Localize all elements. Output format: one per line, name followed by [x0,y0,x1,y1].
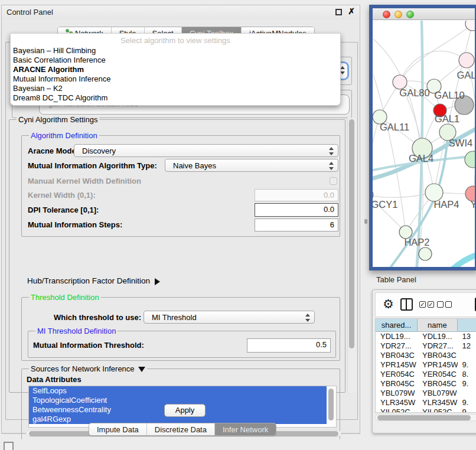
table-row[interactable]: YBR043CYBR043C [376,351,476,360]
kernel-width-field[interactable]: 0.0 [255,189,338,201]
settings-scrollbar-thumb[interactable] [349,119,354,348]
gear-icon[interactable]: ⚙ [383,297,394,311]
table-row[interactable]: YBL079WYBL079W [376,389,476,398]
threshold-definition-title: Threshold Definition [29,293,101,302]
mi-threshold-definition-title: MI Threshold Definition [35,327,118,335]
table-cell: YBR045C [418,379,458,389]
column-header-name[interactable]: name [418,319,458,331]
network-node-label: GAL10 [434,90,464,100]
attributes-scrollbar-thumb[interactable] [328,389,334,420]
network-node-label: GAL [457,70,475,80]
spinner-arrows-icon [328,146,334,156]
minimize-window-icon[interactable] [395,11,402,18]
tab-discretize-data[interactable]: Discretize Data [147,423,215,435]
network-node[interactable] [465,151,475,168]
table-row[interactable]: YDL19...YDL19...13 [376,332,476,341]
float-window-icon[interactable] [335,9,342,15]
columns-icon[interactable] [400,298,413,311]
network-node[interactable] [459,53,474,68]
network-node-label: SWI4 [449,138,472,148]
algorithm-option[interactable]: Mutual Information Inference [11,74,340,84]
network-node-label: GAL80 [399,87,429,98]
table-cell: YBR045C [376,379,418,389]
dpi-tolerance-label: DPI Tolerance [0,1]: [28,206,99,214]
table-row[interactable]: YER054CYER054C8. [376,370,476,379]
mi-algorithm-type-label: Mutual Information Algorithm Type: [28,161,157,170]
table-cell: 9. [458,398,476,407]
table-cell: 12 [458,341,476,351]
table-cell: YIL052C [418,407,458,413]
node-attribute-table[interactable]: shared...name YDL19...YDL19...13YDR27...… [375,318,476,413]
tab-impute-data[interactable]: Impute Data [89,423,147,435]
tab-infer-network[interactable]: Infer Network [215,423,276,435]
dpi-tolerance-field[interactable]: 0.0 [255,203,338,217]
table-cell: YDR27... [376,341,418,351]
network-node-label: GAL1 [435,113,459,124]
mi-threshold-field[interactable]: 0.5 [247,338,331,353]
network-node[interactable] [465,21,475,31]
algorithm-definition-group: Algorithm Definition Aracne Mode: Discov… [21,135,340,237]
network-edge [373,193,434,197]
algorithm-popup-placeholder: Select algorithm to view settings [11,34,340,46]
attributes-scrollbar[interactable] [327,386,336,427]
zoom-window-icon[interactable] [406,11,414,18]
hub-definition-toggle[interactable]: Hub/Transcription Factor Definition [27,276,164,285]
network-window-titlebar[interactable] [373,8,475,20]
table-cell: YDL19... [418,332,458,341]
which-threshold-value: MI Threshold [152,313,197,322]
aracne-mode-combo[interactable]: Discovery [74,144,338,157]
column-header-extra[interactable] [458,319,476,331]
which-threshold-combo[interactable]: MI Threshold [144,311,315,324]
algorithm-option[interactable]: Dream8 DC_TDC Algorithm [11,93,340,103]
algorithm-option[interactable]: ARACNE Algorithm [11,65,340,74]
tab-label: Infer Network [223,425,268,434]
table-cell: YLR345W [418,398,458,407]
table-cell [458,351,476,360]
application-root: Control Panel ✗ galFiltered.sif default … [0,0,476,450]
table-hscrollbar[interactable] [375,414,476,421]
table-row[interactable]: YBR045CYBR045C9. [376,379,476,389]
table-cell: 13 [458,332,476,341]
spinner-arrows-icon [328,161,334,171]
apply-button[interactable]: Apply [164,404,206,417]
network-node-label: HAP4 [433,199,459,210]
manual-kernel-width-checkbox[interactable] [330,177,337,185]
table-cell: YBR043C [376,351,418,360]
tab-label: Discretize Data [155,425,207,434]
show-columns-checked-icon[interactable]: ✓✓ [419,301,434,308]
network-canvas[interactable]: GALGAL80GAL10GAL1GAL11SWI4GAL4GCY1HAP4YH… [373,21,475,267]
table-cell: YDR27... [418,341,458,351]
table-row[interactable]: YLR345WYLR345W9. [376,398,476,407]
algorithm-option[interactable]: Basic Correlation Inference [11,56,340,65]
table-cell: YLR345W [376,398,418,407]
table-cell: YER054C [418,370,458,379]
table-cell: YIL052C [376,407,418,413]
algorithm-option[interactable]: Bayesian – K2 [11,84,340,93]
table-cell: 9. [458,379,476,389]
table-row[interactable]: YPR145WYPR145W9. [376,360,476,370]
close-window-icon[interactable] [383,11,390,18]
manual-kernel-width-label: Manual Kernel Width Definition [28,177,141,185]
mi-algorithm-type-combo[interactable]: Naive Bayes [165,159,338,172]
close-panel-icon[interactable]: ✗ [348,6,355,16]
network-graph: GALGAL80GAL10GAL1GAL11SWI4GAL4GCY1HAP4YH… [373,21,475,267]
table-hscrollbar-thumb[interactable] [377,415,471,420]
table-row[interactable]: YIL052CYIL052C9. [376,407,476,413]
settings-scrollbar[interactable] [347,118,356,393]
table-toolbar: ⚙ ✓✓ [375,292,476,317]
table-row[interactable]: YDR27...YDR27...12 [376,341,476,351]
data-attributes-label: Data Attributes [27,375,81,384]
table-cell: YPR145W [418,360,458,370]
control-panel-titlebar: Control Panel ✗ [2,5,360,19]
algorithm-option[interactable]: Bayesian – Hill Climbing [11,46,340,56]
attribute-list-item[interactable]: SelfLoops [29,386,327,396]
tab-label: Impute Data [97,425,139,434]
mi-steps-field[interactable]: 6 [255,219,338,231]
spinner-arrows-icon [305,313,310,322]
column-header-shared[interactable]: shared... [376,319,418,331]
hide-columns-unchecked-icon[interactable] [437,301,452,308]
dock-panel-icon[interactable] [4,442,14,450]
panel-splitter-handle[interactable] [364,219,367,224]
network-node[interactable] [419,247,432,260]
sources-title[interactable]: Sources for Network Inference [29,364,147,376]
